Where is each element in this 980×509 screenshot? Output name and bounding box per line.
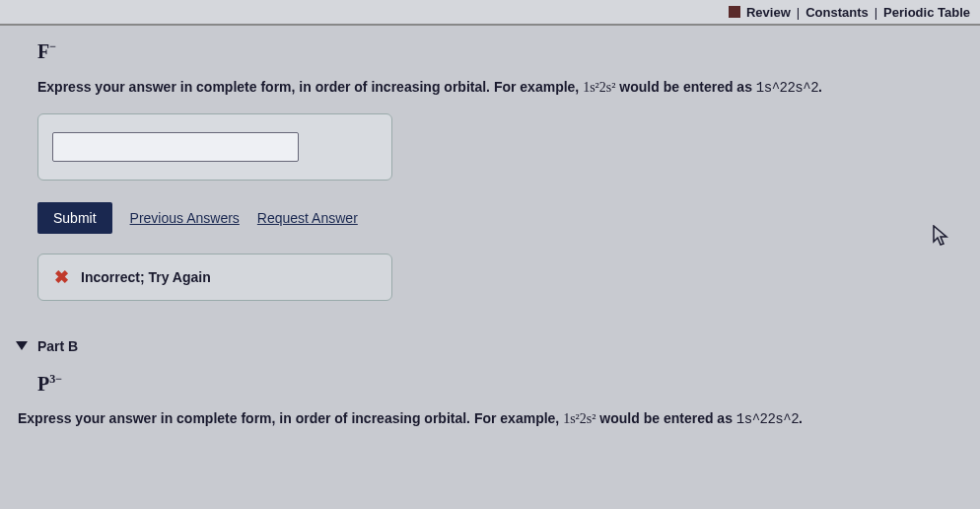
- feedback-box: ✖ Incorrect; Try Again: [37, 254, 392, 301]
- answer-input[interactable]: [52, 132, 299, 162]
- example-plain: 1s^22s^2: [736, 411, 799, 427]
- species-formula-b: P3−: [37, 372, 62, 396]
- species-base: P: [37, 372, 49, 394]
- species-charge: 3−: [49, 372, 62, 386]
- part-b-title: Part B: [37, 338, 78, 354]
- periodic-table-link[interactable]: Periodic Table: [883, 5, 970, 20]
- flag-icon: [729, 6, 740, 18]
- submit-button[interactable]: Submit: [37, 202, 112, 234]
- answer-box: [37, 113, 392, 181]
- request-answer-link[interactable]: Request Answer: [257, 210, 358, 226]
- previous-answers-link[interactable]: Previous Answers: [130, 210, 240, 226]
- feedback-text: Incorrect; Try Again: [81, 269, 211, 285]
- top-bar: Review | Constants | Periodic Table: [0, 0, 980, 26]
- instruction-suffix: .: [799, 410, 803, 426]
- actions-row: Submit Previous Answers Request Answer: [37, 202, 962, 234]
- species-charge: −: [49, 39, 56, 53]
- instruction-b: Express your answer in complete form, in…: [18, 410, 962, 427]
- example-plain: 1s^22s^2: [756, 80, 818, 96]
- part-b-header[interactable]: Part B: [16, 338, 962, 354]
- constants-link[interactable]: Constants: [805, 5, 869, 20]
- species-base: F: [37, 40, 49, 62]
- caret-down-icon: [16, 341, 28, 350]
- example-math: 1s²2s²: [563, 411, 595, 426]
- separator: |: [875, 5, 877, 20]
- species-formula-a: F−: [37, 39, 56, 63]
- separator: |: [797, 5, 800, 20]
- instruction-mid: would be entered as: [595, 410, 735, 426]
- example-math: 1s²2s²: [583, 80, 615, 95]
- review-link[interactable]: Review: [746, 5, 791, 20]
- instruction-prefix: Express your answer in complete form, in…: [37, 79, 583, 95]
- incorrect-icon: ✖: [54, 266, 69, 288]
- instruction-a: Express your answer in complete form, in…: [37, 79, 962, 96]
- instruction-mid: would be entered as: [615, 79, 755, 95]
- instruction-suffix: .: [818, 79, 822, 95]
- instruction-prefix: Express your answer in complete form, in…: [18, 410, 563, 426]
